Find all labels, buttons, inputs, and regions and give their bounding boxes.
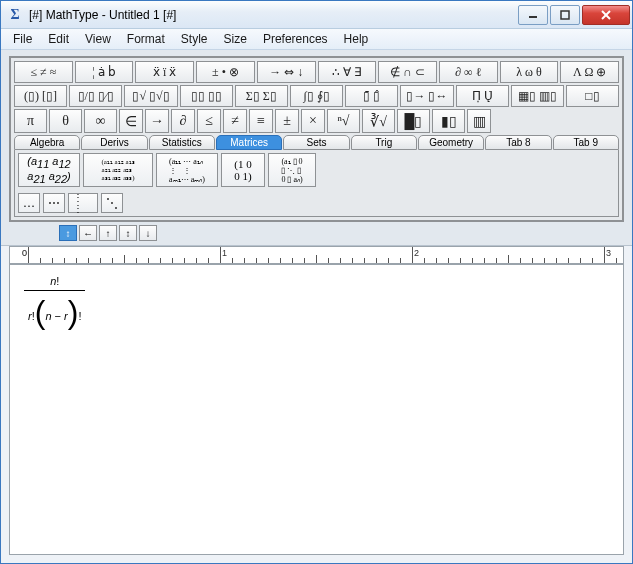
sym-pm[interactable]: ± [275,109,299,133]
application-window: Σ [#] MathType - Untitled 1 [#] File Edi… [0,0,633,564]
menu-preferences[interactable]: Preferences [255,30,336,48]
svg-rect-1 [561,11,569,19]
align-btn-1[interactable]: ↕ [59,225,77,241]
palette-accents2[interactable]: ẍ ï ẍ [135,61,194,83]
tab-derivs[interactable]: Derivs [81,135,147,150]
tab-9[interactable]: Tab 9 [553,135,619,150]
matrix-identity[interactable]: (1 00 1) [221,153,265,187]
ruler[interactable]: 0 123 [9,246,624,264]
tab-geometry[interactable]: Geometry [418,135,484,150]
matrix-3x3[interactable]: (a₁₁ a₁₂ a₁₃a₂₁ a₂₂ a₂₃a₃₁ a₃₂ a₃₃) [83,153,153,187]
palette-accents[interactable]: ¦ ȧ ḃ [75,61,134,83]
tmpl-cuberoot[interactable]: ∛√ [362,109,395,133]
align-btn-3[interactable]: ↑ [99,225,117,241]
tab-sets[interactable]: Sets [283,135,349,150]
menu-view[interactable]: View [77,30,119,48]
sym-infinity[interactable]: ∞ [84,109,117,133]
dots-c[interactable]: ⋯ [43,193,65,213]
title-bar: Σ [#] MathType - Untitled 1 [#] [1,1,632,29]
palette-relational[interactable]: ≤ ≠ ≈ [14,61,73,83]
close-button[interactable] [582,5,630,25]
palette-logic[interactable]: ∴ ∀ ∃ [318,61,377,83]
app-icon: Σ [7,7,23,23]
minimize-button[interactable] [518,5,548,25]
dots-v[interactable]: ⋮ ⋮ [68,193,98,213]
tab-pane-matrices: (a11 a12a21 a22) (a₁₁ a₁₂ a₁₃a₂₁ a₂₂ a₂₃… [14,150,619,217]
sym-ne[interactable]: ≠ [223,109,247,133]
menu-size[interactable]: Size [216,30,255,48]
tmpl-block1[interactable]: █▯ [397,109,430,133]
template-sum[interactable]: Σ▯ Σ▯ [235,85,288,107]
eq-denominator: r!(n − r)! [28,310,81,322]
symbol-palette: ≤ ≠ ≈ ¦ ȧ ḃ ẍ ï ẍ ± • ⊗ → ⇔ ↓ ∴ ∀ ∃ ∉ ∩ … [9,56,624,222]
matrix-2x2[interactable]: (a11 a12a21 a22) [18,153,80,187]
menu-file[interactable]: File [5,30,40,48]
window-title: [#] MathType - Untitled 1 [#] [29,8,518,22]
template-matrix[interactable]: ▦▯ ▥▯ [511,85,564,107]
maximize-button[interactable] [550,5,580,25]
menu-style[interactable]: Style [173,30,216,48]
palette-row-1: ≤ ≠ ≈ ¦ ȧ ḃ ẍ ï ẍ ± • ⊗ → ⇔ ↓ ∴ ∀ ∃ ∉ ∩ … [14,61,619,83]
equation[interactable]: n! r!(n − r)! [24,275,85,331]
toolbar-area: ≤ ≠ ≈ ¦ ȧ ḃ ẍ ï ẍ ± • ⊗ → ⇔ ↓ ∴ ∀ ∃ ∉ ∩ … [1,50,632,246]
tab-trig[interactable]: Trig [351,135,417,150]
palette-arrows[interactable]: → ⇔ ↓ [257,61,316,83]
sym-elem[interactable]: ∈ [119,109,143,133]
template-box[interactable]: □▯ [566,85,619,107]
tmpl-block3[interactable]: ▥ [467,109,491,133]
palette-row-3: π θ ∞ ∈ → ∂ ≤ ≠ ≡ ± × ⁿ√ ∛√ █▯ ▮▯ ▥ [14,109,619,133]
menu-format[interactable]: Format [119,30,173,48]
tmpl-nthroot[interactable]: ⁿ√ [327,109,360,133]
palette-operators[interactable]: ± • ⊗ [196,61,255,83]
align-btn-5[interactable]: ↓ [139,225,157,241]
template-product[interactable]: Π̣ Ų̇ [456,85,509,107]
sym-theta[interactable]: θ [49,109,82,133]
align-btn-2[interactable]: ← [79,225,97,241]
palette-calc[interactable]: ∂ ∞ ℓ [439,61,498,83]
matrix-diagonal[interactable]: (a₁ ▯ 0▯ ⋱ ▯0 ▯ aₙ) [268,153,316,187]
template-fences[interactable]: (▯) [▯] [14,85,67,107]
tab-8[interactable]: Tab 8 [485,135,551,150]
category-tabs: Algebra Derivs Statistics Matrices Sets … [14,135,619,150]
editor-canvas[interactable]: n! r!(n − r)! [9,264,624,555]
sym-equiv[interactable]: ≡ [249,109,273,133]
tab-algebra[interactable]: Algebra [14,135,80,150]
palette-sets[interactable]: ∉ ∩ ⊂ [378,61,437,83]
dots-d[interactable]: ⋱ [101,193,123,213]
sym-le[interactable]: ≤ [197,109,221,133]
palette-greek-upper[interactable]: Λ Ω ⊕ [560,61,619,83]
template-overarrow[interactable]: ▯→ ▯↔ [400,85,453,107]
template-fraction[interactable]: ▯/▯ ▯⁄▯ [69,85,122,107]
ruler-0: 0 [22,248,27,258]
palette-greek-lower[interactable]: λ ω θ [500,61,559,83]
eq-numerator: n! [50,275,59,287]
tab-statistics[interactable]: Statistics [149,135,215,150]
template-subscript[interactable]: ▯▯ ▯▯ [180,85,233,107]
alignment-toolbar: ↕ ← ↑ ↕ ↓ [59,225,624,241]
template-overbar[interactable]: ▯̄ ▯̂ [345,85,398,107]
template-integral[interactable]: ∫▯ ∮▯ [290,85,343,107]
matrix-mxn[interactable]: (a₁₁ ⋯ a₁ₙ⋮ ⋮aₘ₁⋯ aₘₙ) [156,153,218,187]
sym-arrow[interactable]: → [145,109,169,133]
dots-h[interactable]: … [18,193,40,213]
sym-partial[interactable]: ∂ [171,109,195,133]
palette-row-2: (▯) [▯] ▯/▯ ▯⁄▯ ▯√ ▯√▯ ▯▯ ▯▯ Σ▯ Σ▯ ∫▯ ∮▯… [14,85,619,107]
template-radical[interactable]: ▯√ ▯√▯ [124,85,177,107]
tab-matrices[interactable]: Matrices [216,135,282,150]
menu-edit[interactable]: Edit [40,30,77,48]
sym-pi[interactable]: π [14,109,47,133]
sym-times[interactable]: × [301,109,325,133]
tmpl-block2[interactable]: ▮▯ [432,109,465,133]
menu-bar: File Edit View Format Style Size Prefere… [1,29,632,50]
align-btn-4[interactable]: ↕ [119,225,137,241]
menu-help[interactable]: Help [336,30,377,48]
